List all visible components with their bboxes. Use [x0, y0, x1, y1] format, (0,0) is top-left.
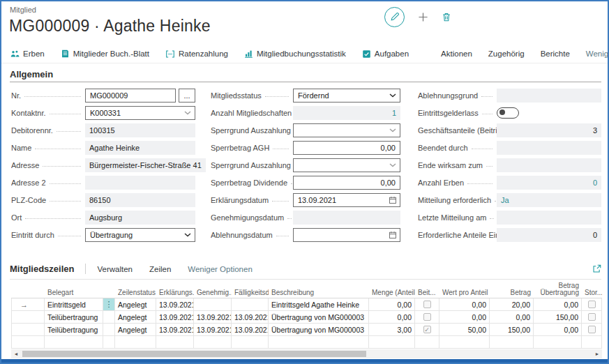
action-mitgliedbuchungsstatistik[interactable]: Mitgliedbuchungsstatistik — [244, 50, 346, 59]
scrollbar-thumb[interactable] — [22, 351, 366, 357]
cell-menge[interactable] — [369, 336, 415, 348]
delete-button[interactable] — [442, 12, 451, 22]
cell-faelligkeit[interactable] — [232, 298, 269, 310]
cell-wert_pro_anteil[interactable] — [439, 336, 490, 348]
lines-menu-zeilen[interactable]: Zeilen — [149, 265, 171, 273]
cell-betrag_uebertragung[interactable]: 0,00 — [534, 298, 582, 310]
cell-wert_pro_anteil[interactable]: 0,00 — [439, 298, 490, 310]
column-header-stor[interactable]: Stor... — [582, 289, 602, 298]
column-header-betrag-uebertragung[interactable]: Betrag Übertragung — [534, 282, 582, 298]
mitteilung-erforderlich-value[interactable]: Ja — [501, 196, 509, 204]
cell-genehmigung[interactable] — [194, 298, 232, 310]
cell-betrag[interactable]: 0,00 — [490, 311, 534, 323]
cell-zeilenstatus[interactable] — [115, 336, 156, 348]
action-mitglieder-buch-blatt[interactable]: Mitglieder Buch.-Blatt — [61, 49, 149, 59]
anzahl-mitgliedschaften-value[interactable]: 1 — [392, 109, 396, 117]
cell-betrag_uebertragung[interactable]: 0,00 — [534, 324, 582, 335]
cell-zeilenstatus[interactable]: Angelegt — [115, 324, 156, 335]
cell-belegart[interactable]: Teilübertragung — [45, 324, 103, 335]
cell-erklaerung[interactable]: 13.09.2021 — [156, 298, 194, 310]
cell-menge: 0,00 — [398, 313, 412, 321]
cell-genehmigung[interactable] — [194, 336, 232, 348]
cell-menu[interactable]: ⋮ — [103, 298, 115, 310]
lines-menu-verwalten[interactable]: Verwalten — [97, 265, 133, 273]
menu-aktionen[interactable]: Aktionen — [441, 50, 472, 58]
cell-faelligkeit[interactable]: 13.09.2021 — [232, 311, 269, 323]
column-header-belegart[interactable]: Belegart — [45, 289, 103, 298]
dotted-leader — [43, 166, 81, 167]
cell-erklaerung[interactable]: 13.09.2021 — [156, 324, 194, 335]
less-options-button[interactable]: Weniger Optionen — [586, 50, 609, 58]
action-erben[interactable]: Erben — [10, 50, 45, 59]
cell-beitritt[interactable] — [415, 298, 439, 310]
cell-zeilenstatus: Angelegt — [118, 313, 146, 321]
sperrgrund-auszahlung-select[interactable] — [293, 158, 400, 172]
cell-betrag[interactable]: 20,00 — [490, 298, 534, 310]
erklaerungsdatum-input[interactable]: 13.09.2021 — [293, 193, 400, 207]
cell-menge[interactable]: 3,00 — [369, 324, 415, 335]
general-column-3: AblehnungsgrundEintrittsgelderlassGeschä… — [418, 86, 601, 243]
cell-genehmigung[interactable]: 13.09.2021 — [194, 324, 232, 335]
column-header-erklaerungs[interactable]: Erklärungs... — [156, 289, 194, 298]
cell-wert_pro_anteil[interactable]: 0,00 — [439, 311, 490, 323]
lines-menu-weniger-optionen[interactable]: Weniger Optionen — [188, 265, 252, 273]
cell-faelligkeit[interactable] — [232, 336, 269, 348]
sperrgrund-auszahlung-select[interactable] — [293, 123, 400, 137]
cell-erklaerung[interactable] — [156, 336, 194, 348]
cell-erklaerung[interactable]: 13.09.2021 — [156, 311, 194, 323]
action-ratenzahlung[interactable]: Ratenzahlung — [165, 50, 228, 59]
cell-zeilenstatus[interactable]: Angelegt — [115, 311, 156, 323]
sperrbetrag-agh-input[interactable]: 0,00 — [293, 141, 400, 155]
cell-faelligkeit[interactable]: 13.09.2021 — [232, 324, 269, 335]
cell-genehmigung[interactable]: 13.09.2021 — [194, 311, 232, 323]
column-header-menge-anteile[interactable]: Menge (Anteile) — [369, 289, 415, 298]
column-header-faelligkeitsd[interactable]: Fälligkeitsd... — [232, 289, 269, 298]
column-header-betrag[interactable]: Betrag — [490, 289, 534, 298]
cell-beschreibung[interactable]: Eintrittsgeld Agathe Heinke — [269, 298, 369, 310]
cell-belegart[interactable]: Teilübertragung — [45, 311, 103, 323]
column-header-beit[interactable]: Beit... — [415, 289, 439, 298]
cell-betrag_uebertragung[interactable]: 150,00 — [534, 311, 582, 323]
nr-input[interactable]: MG000009 — [85, 89, 176, 103]
cell-beitritt[interactable] — [415, 311, 439, 323]
calendar-icon[interactable] — [389, 231, 397, 239]
scroll-right-icon[interactable]: ► — [592, 349, 602, 358]
eintrittsgelderlass-toggle[interactable] — [497, 107, 519, 119]
kontaktnr-select[interactable]: K000331 — [85, 106, 195, 120]
column-header-beschreibung[interactable]: Beschreibung — [269, 289, 369, 298]
sperrbetrag-dividende-input[interactable]: 0,00 — [293, 176, 400, 190]
cell-beitritt[interactable]: ✓ — [415, 324, 439, 335]
menu-berichte[interactable]: Berichte — [541, 50, 570, 58]
add-button[interactable] — [418, 12, 428, 22]
eintritt-durch-select[interactable]: Übertragung — [85, 228, 195, 242]
cell-betrag[interactable]: 150,00 — [490, 324, 534, 335]
menu-zugehoerig[interactable]: Zugehörig — [488, 50, 525, 58]
cell-beschreibung[interactable]: Übertragung von MG000003 — [269, 324, 369, 335]
cell-betrag_uebertragung[interactable] — [534, 336, 582, 348]
cell-storno[interactable] — [582, 298, 602, 310]
nr-assist-button[interactable]: ... — [179, 89, 195, 103]
cell-belegart[interactable]: Eintrittsgeld — [45, 298, 103, 310]
column-header-wert-pro-anteil[interactable]: Wert pro Anteil — [439, 289, 490, 298]
horizontal-scrollbar[interactable]: ◄ ► — [11, 349, 602, 358]
ablehnungsdatum-input[interactable] — [293, 228, 400, 242]
mitgliedsstatus-select[interactable]: Fördernd — [293, 89, 400, 103]
action-aufgaben[interactable]: Aufgaben — [362, 50, 409, 59]
edit-button[interactable] — [384, 7, 405, 27]
cell-menge[interactable]: 0,00 — [369, 311, 415, 323]
cell-betrag[interactable] — [490, 336, 534, 348]
cell-beschreibung[interactable] — [269, 336, 369, 348]
scroll-left-icon[interactable]: ◄ — [11, 349, 21, 358]
column-header-genehmig[interactable]: Genehmig... — [194, 289, 232, 298]
cell-storno[interactable] — [582, 311, 602, 323]
focus-mode-button[interactable] — [592, 264, 601, 273]
cell-wert_pro_anteil[interactable]: 50,00 — [439, 324, 490, 335]
cell-beschreibung[interactable]: Übertragung von MG000003 — [269, 311, 369, 323]
cell-menge[interactable]: 0,00 — [369, 298, 415, 310]
anzahl-erben-value[interactable]: 0 — [593, 179, 597, 187]
cell-zeilenstatus[interactable]: Angelegt — [115, 298, 156, 310]
cell-storno[interactable] — [582, 324, 602, 335]
cell-belegart[interactable] — [45, 336, 103, 348]
calendar-icon[interactable] — [389, 196, 397, 204]
column-header-zeilenstatus[interactable]: Zeilenstatus — [115, 289, 156, 298]
